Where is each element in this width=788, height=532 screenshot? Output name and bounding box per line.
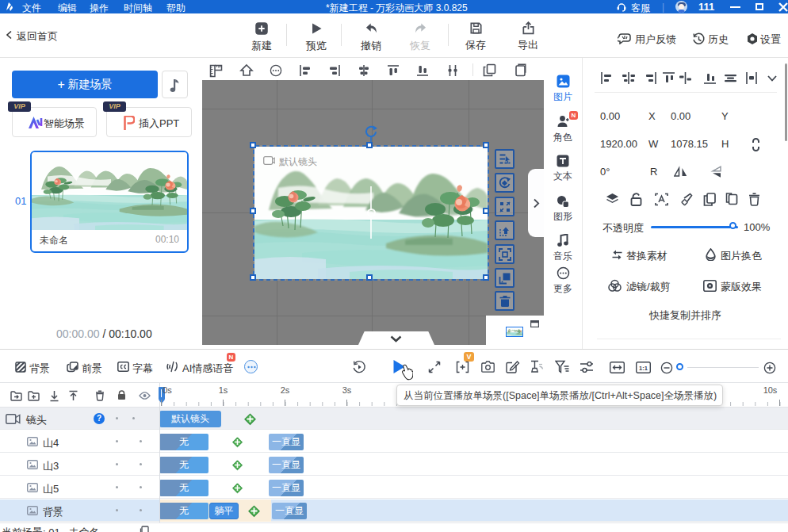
svg-text:1s: 1s xyxy=(219,385,228,395)
svg-text:2s: 2s xyxy=(281,385,290,395)
svg-text:0s: 0s xyxy=(163,385,172,395)
svg-text:1:1: 1:1 xyxy=(639,365,648,372)
svg-text:10s: 10s xyxy=(763,385,778,395)
svg-text:3s: 3s xyxy=(342,385,352,395)
